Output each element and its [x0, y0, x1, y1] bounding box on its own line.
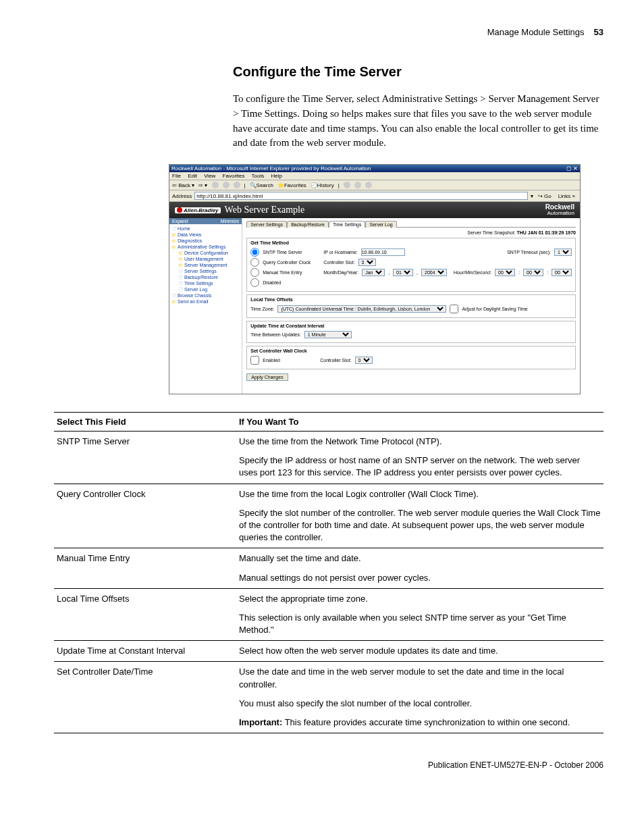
hour-select[interactable]: 00: [495, 269, 515, 276]
enabled-checkbox[interactable]: [250, 356, 259, 365]
timeout-select[interactable]: 1: [554, 249, 572, 256]
header-section: Manage Module Settings: [487, 27, 585, 37]
section-heading: Local Time Offsets: [250, 297, 572, 302]
field-name: Manual Time Entry: [54, 548, 236, 588]
tab-bar[interactable]: Server Settings Backup/Restore Time Sett…: [246, 220, 576, 228]
go-button[interactable]: ↪ Go: [536, 193, 554, 199]
refresh-icon[interactable]: [223, 182, 230, 188]
sidebar-item[interactable]: Send an Email: [171, 298, 240, 305]
controller-slot-select[interactable]: 0: [355, 357, 373, 364]
apply-changes-button[interactable]: Apply Changes: [246, 373, 288, 381]
publication-footer: Publication ENET-UM527E-EN-P - October 2…: [54, 760, 603, 770]
year-select[interactable]: 2004: [421, 269, 447, 276]
window-title: Rockwell Automation - Microsoft Internet…: [171, 165, 371, 172]
local-offsets-section: Local Time Offsets Time Zone: (UTC) Coor…: [246, 294, 576, 318]
tab-time-settings[interactable]: Time Settings: [329, 221, 366, 228]
sec-select[interactable]: 00: [552, 269, 572, 276]
sidebar-item[interactable]: Device Configuration: [171, 250, 240, 256]
app-title: Web Server Example: [225, 205, 305, 215]
update-interval-section: Update Time at Constant Interval Time Be…: [246, 321, 576, 343]
field-name: Query Controller Clock: [54, 484, 236, 548]
field-name: Update Time at Constant Interval: [54, 641, 236, 662]
page-header: Manage Module Settings 53: [54, 27, 603, 37]
field-desc: Manually set the time and date.Manual se…: [236, 548, 603, 588]
set-controller-section: Set Controller Wall Clock Enabled Contro…: [246, 346, 576, 369]
table-header-field: Select This Field: [54, 413, 236, 432]
section-heading: Set Controller Wall Clock: [250, 348, 572, 353]
field-desc: Use the time from the local Logix contro…: [236, 484, 603, 548]
menu-view[interactable]: View: [204, 173, 215, 179]
links-button[interactable]: Links »: [556, 193, 577, 199]
expand-button[interactable]: Expand: [172, 219, 188, 224]
time-snapshot: Server Time Snapshot: THU JAN 01 01:39:2…: [246, 229, 576, 238]
back-button[interactable]: ⇦ Back ▾: [172, 182, 194, 188]
sidebar-item[interactable]: Server Log: [171, 286, 240, 292]
field-desc: Select the appropriate time zone.This se…: [236, 588, 603, 641]
search-button[interactable]: 🔍Search: [250, 182, 273, 188]
stop-icon[interactable]: [212, 182, 219, 188]
radio-query[interactable]: [250, 258, 259, 267]
sidebar-item[interactable]: Data Views: [171, 232, 240, 238]
field-name: SNTP Time Server: [54, 432, 236, 484]
favorites-button[interactable]: ⭐Favorites: [277, 182, 306, 188]
forward-button[interactable]: ⇨ ▾: [198, 182, 207, 188]
section-title: Configure the Time Server: [233, 64, 603, 80]
sidebar-item[interactable]: Backup/Restore: [171, 274, 240, 280]
fields-table: Select This Field If You Want To SNTP Ti…: [54, 412, 603, 733]
menu-edit[interactable]: Edit: [188, 173, 197, 179]
sidebar-item[interactable]: Administrative Settings: [171, 244, 240, 250]
address-label: Address: [172, 193, 192, 199]
min-select[interactable]: 00: [523, 269, 543, 276]
brand-badge: Allen-Bradley: [175, 207, 221, 213]
minimize-button[interactable]: Minimize: [221, 219, 240, 224]
menu-favorites[interactable]: Favorites: [223, 173, 245, 179]
field-name: Local Time Offsets: [54, 588, 236, 641]
menu-help[interactable]: Help: [271, 173, 282, 179]
interval-select[interactable]: 1 Minute: [304, 331, 352, 338]
menu-tools[interactable]: Tools: [252, 173, 265, 179]
sidebar-item[interactable]: Diagnostics: [171, 238, 240, 244]
nav-sidebar[interactable]: Expand Minimize HomeData ViewsDiagnostic…: [169, 218, 242, 394]
sidebar-item[interactable]: Time Settings: [171, 280, 240, 286]
sidebar-item[interactable]: Home: [171, 226, 240, 232]
tab-server-settings[interactable]: Server Settings: [246, 221, 287, 228]
print-icon[interactable]: [354, 182, 361, 188]
field-desc: Select how often the web server module u…: [236, 641, 603, 662]
sidebar-item[interactable]: Browse Chassis: [171, 292, 240, 298]
page-number: 53: [594, 27, 603, 37]
sidebar-item[interactable]: Server Settings: [171, 268, 240, 274]
month-select[interactable]: Jan: [362, 269, 385, 276]
slot-select[interactable]: 0: [358, 259, 376, 266]
app-banner: Allen-Bradley Web Server Example Rockwel…: [169, 202, 580, 218]
tab-server-log[interactable]: Server Log: [365, 221, 396, 228]
main-panel: Server Settings Backup/Restore Time Sett…: [242, 218, 580, 394]
day-select[interactable]: 01: [393, 269, 413, 276]
mail-icon[interactable]: [344, 182, 350, 188]
tab-backup-restore[interactable]: Backup/Restore: [287, 221, 329, 228]
window-titlebar: Rockwell Automation - Microsoft Internet…: [169, 165, 580, 172]
sidebar-item[interactable]: Server Management: [171, 262, 240, 268]
home-icon[interactable]: [234, 182, 240, 188]
edit-icon[interactable]: [365, 182, 372, 188]
menu-file[interactable]: File: [172, 173, 181, 179]
address-bar[interactable]: Address ▾ ↪ Go Links »: [169, 190, 580, 202]
timezone-select[interactable]: (UTC) Coordinated Universal Time : Dubli…: [277, 305, 446, 313]
toolbar[interactable]: ⇦ Back ▾ ⇨ ▾ | 🔍Search ⭐Favorites 🕘Histo…: [169, 180, 580, 190]
radio-disabled[interactable]: [250, 278, 259, 287]
table-header-desc: If You Want To: [236, 413, 603, 432]
get-time-method-section: Get Time Method SNTP Time Server IP or H…: [246, 238, 576, 292]
field-desc: Use the time from the Network Time Proto…: [236, 432, 603, 484]
corp-logo: RockwellAutomation: [545, 204, 574, 216]
intro-paragraph: To configure the Time Server, select Adm…: [233, 92, 603, 151]
window-controls-icon[interactable]: ▢ ✕: [566, 165, 578, 172]
history-button[interactable]: 🕘History: [311, 182, 334, 188]
address-input[interactable]: [194, 192, 527, 200]
sidebar-item[interactable]: User Management: [171, 256, 240, 262]
radio-sntp[interactable]: [250, 248, 259, 257]
ip-input[interactable]: [361, 249, 405, 256]
field-desc: Use the date and time in the web server …: [236, 662, 603, 733]
radio-manual[interactable]: [250, 268, 259, 277]
browser-screenshot: Rockwell Automation - Microsoft Internet…: [169, 164, 581, 394]
dst-checkbox[interactable]: [450, 305, 458, 313]
menu-bar[interactable]: File Edit View Favorites Tools Help: [169, 172, 580, 180]
